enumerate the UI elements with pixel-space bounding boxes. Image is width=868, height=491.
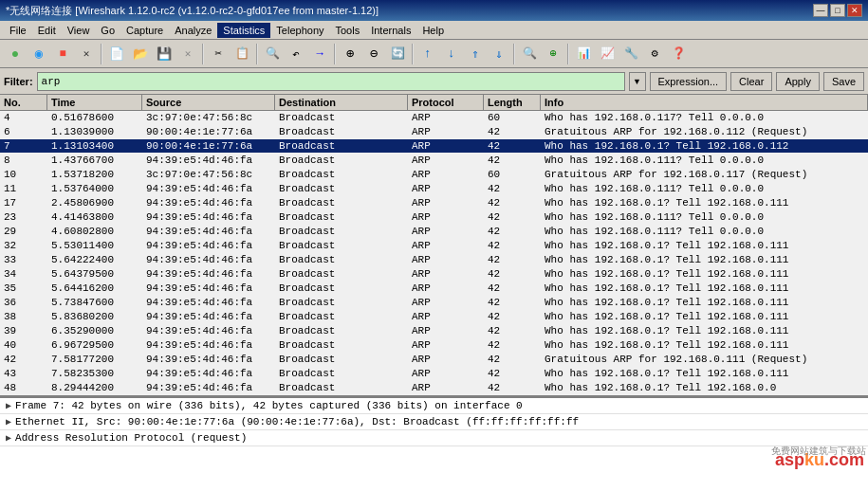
cell-no: 17 [0,196,47,209]
interface-button[interactable]: ● [4,43,27,65]
col-header-protocol[interactable]: Protocol [408,95,484,110]
clear-button[interactable]: Clear [730,72,772,91]
find-button[interactable]: 🔍 [261,43,284,65]
table-row[interactable]: 32 5.53011400 94:39:e5:4d:46:fa Broadcas… [0,239,868,253]
cell-time: 1.13103400 [47,139,142,153]
display-filter-button[interactable]: 📈 [596,43,619,65]
table-row[interactable]: 38 5.83680200 94:39:e5:4d:46:fa Broadcas… [0,310,868,324]
detail-row[interactable]: ▶ Address Resolution Protocol (request) [0,430,868,446]
col-header-info[interactable]: Info [541,95,868,110]
cell-no: 48 [0,381,47,394]
expression-button[interactable]: Expression... [650,72,728,91]
cell-info: Who has 192.168.0.111? Tell 0.0.0.0 [541,225,868,238]
cell-time: 1.53764000 [47,182,142,195]
cell-time: 1.43766700 [47,154,142,167]
table-row[interactable]: 40 6.96729500 94:39:e5:4d:46:fa Broadcas… [0,338,868,353]
cell-time: 7.58235300 [47,367,142,380]
detail-row[interactable]: ▶ Frame 7: 42 bytes on wire (336 bits), … [0,398,868,414]
restart-button[interactable]: ✕ [75,43,98,65]
table-row[interactable]: 10 1.53718200 3c:97:0e:47:56:8c Broadcas… [0,168,868,182]
cell-src: 94:39:e5:4d:46:fa [142,253,275,266]
zoom-in-button[interactable]: ⊕ [339,43,361,65]
menu-go[interactable]: Go [95,23,120,38]
cell-info: Who has 192.168.0.1? Tell 192.168.0.111 [541,282,868,295]
menu-statistics[interactable]: Statistics [217,23,270,38]
print-button[interactable]: 📋 [231,43,253,65]
col-header-time[interactable]: Time [47,95,142,110]
cell-info: Who has 192.168.0.111? Tell 0.0.0.0 [541,182,868,195]
table-row[interactable]: 39 6.35290000 94:39:e5:4d:46:fa Broadcas… [0,324,868,338]
cell-time: 5.64416200 [47,282,142,295]
scroll-up-button[interactable]: ↑ [416,43,439,65]
maximize-button[interactable]: □ [830,4,845,17]
cell-proto: ARP [408,338,484,352]
cell-info: Who has 192.168.0.1? Tell 192.168.0.111 [541,338,868,352]
menu-telephony[interactable]: Telephony [270,23,329,38]
packet-list-container[interactable]: No. Time Source Destination Protocol Len… [0,95,868,398]
table-row[interactable]: 8 1.43766700 94:39:e5:4d:46:fa Broadcast… [0,154,868,168]
table-row[interactable]: 34 5.64379500 94:39:e5:4d:46:fa Broadcas… [0,267,868,282]
table-row[interactable]: 29 4.60802800 94:39:e5:4d:46:fa Broadcas… [0,225,868,239]
cell-src: 3c:97:0e:47:56:8c [142,111,275,124]
close-file-button[interactable]: ✕ [176,43,199,65]
menu-tools[interactable]: Tools [330,23,366,38]
color-rules-button[interactable]: 🔧 [619,43,642,65]
menu-capture[interactable]: Capture [120,23,169,38]
prev-button[interactable]: ↶ [285,43,307,65]
filter-dropdown[interactable]: ▼ [629,72,646,91]
open-file-button[interactable]: 📄 [105,43,128,65]
zoom-out-button[interactable]: ⊖ [362,43,385,65]
menu-edit[interactable]: Edit [32,23,62,38]
stop-capture-button[interactable]: ■ [51,43,74,65]
table-row[interactable]: 7 1.13103400 90:00:4e:1e:77:6a Broadcast… [0,139,868,154]
prefs-button[interactable]: ⚙ [643,43,666,65]
help-toolbar-button[interactable]: ❓ [667,43,690,65]
scroll-down-button[interactable]: ↓ [440,43,463,65]
first-packet-button[interactable]: ⇑ [464,43,487,65]
col-header-source[interactable]: Source [142,95,275,110]
menu-help[interactable]: Help [416,23,450,38]
col-header-no[interactable]: No. [0,95,47,110]
zoom-normal-button[interactable]: 🔄 [386,43,409,65]
col-header-length[interactable]: Length [484,95,541,110]
close-button[interactable]: ✕ [847,4,862,17]
table-row[interactable]: 11 1.53764000 94:39:e5:4d:46:fa Broadcas… [0,182,868,196]
save-filter-button[interactable]: Save [823,72,864,91]
auto-scroll-button[interactable]: ⊕ [542,43,564,65]
table-row[interactable]: 36 5.73847600 94:39:e5:4d:46:fa Broadcas… [0,296,868,310]
table-row[interactable]: 33 5.64222400 94:39:e5:4d:46:fa Broadcas… [0,253,868,267]
apply-button[interactable]: Apply [776,72,820,91]
open-button[interactable]: 📂 [129,43,152,65]
menu-analyze[interactable]: Analyze [169,23,217,38]
capture-filter-button[interactable]: 📊 [572,43,595,65]
packet-list-header: No. Time Source Destination Protocol Len… [0,95,868,111]
colorize-button[interactable]: 🔍 [518,43,541,65]
cell-src: 90:00:4e:1e:77:6a [142,139,275,153]
menu-file[interactable]: File [4,23,32,38]
reload-button[interactable]: ✂ [207,43,230,65]
cell-info: Who has 192.168.0.1? Tell 192.168.0.111 [541,310,868,323]
menu-internals[interactable]: Internals [365,23,416,38]
detail-text: Ethernet II, Src: 90:00:4e:1e:77:6a (90:… [15,416,579,427]
save-button[interactable]: 💾 [153,43,175,65]
cell-len: 42 [484,125,541,138]
table-row[interactable]: 4 0.51678600 3c:97:0e:47:56:8c Broadcast… [0,111,868,125]
minimize-button[interactable]: — [813,4,828,17]
detail-row[interactable]: ▶ Ethernet II, Src: 90:00:4e:1e:77:6a (9… [0,414,868,430]
table-row[interactable]: 6 1.13039000 90:00:4e:1e:77:6a Broadcast… [0,125,868,139]
table-row[interactable]: 48 8.29444200 94:39:e5:4d:46:fa Broadcas… [0,381,868,395]
menu-view[interactable]: View [62,23,96,38]
next-button[interactable]: → [308,43,331,65]
table-row[interactable]: 43 7.58235300 94:39:e5:4d:46:fa Broadcas… [0,367,868,381]
table-row[interactable]: 35 5.64416200 94:39:e5:4d:46:fa Broadcas… [0,282,868,296]
table-row[interactable]: 17 2.45806900 94:39:e5:4d:46:fa Broadcas… [0,196,868,210]
last-packet-button[interactable]: ⇓ [488,43,510,65]
cell-dst: Broadcast [275,225,408,238]
cell-dst: Broadcast [275,239,408,252]
col-header-destination[interactable]: Destination [275,95,408,110]
cell-info: Who has 192.168.0.1? Tell 192.168.0.111 [541,324,868,337]
start-capture-button[interactable]: ◉ [28,43,50,65]
filter-input[interactable] [37,72,625,91]
table-row[interactable]: 23 4.41463800 94:39:e5:4d:46:fa Broadcas… [0,210,868,225]
table-row[interactable]: 42 7.58177200 94:39:e5:4d:46:fa Broadcas… [0,353,868,367]
